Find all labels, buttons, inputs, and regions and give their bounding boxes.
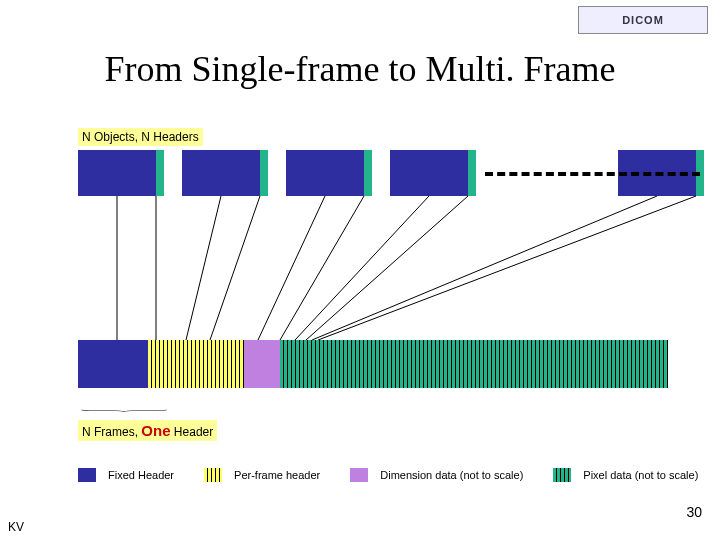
swatch-fixed bbox=[78, 468, 96, 482]
legend-perframe: Per-frame header bbox=[234, 469, 320, 481]
ellipsis-dash bbox=[485, 172, 700, 176]
pixel-block bbox=[468, 150, 476, 196]
pixel-block bbox=[364, 150, 372, 196]
fixed-header-block bbox=[390, 150, 468, 196]
fixed-header-block bbox=[182, 150, 260, 196]
dicom-logo: DICOM bbox=[578, 6, 708, 34]
svg-line-8 bbox=[312, 196, 657, 340]
swatch-pixel bbox=[553, 468, 571, 482]
footer-initials: KV bbox=[8, 520, 24, 534]
legend-dimension: Dimension data (not to scale) bbox=[380, 469, 523, 481]
svg-line-2 bbox=[186, 196, 221, 340]
fixed-header-block bbox=[78, 150, 156, 196]
dimension-block bbox=[244, 340, 280, 388]
slide-title: From Single-frame to Multi. Frame bbox=[0, 48, 720, 90]
fixed-header-block bbox=[78, 340, 148, 388]
bottom-label-emph: One bbox=[141, 422, 170, 439]
top-label: N Objects, N Headers bbox=[78, 128, 203, 146]
svg-line-9 bbox=[318, 196, 696, 340]
svg-line-4 bbox=[258, 196, 325, 340]
pixel-data-block bbox=[280, 340, 668, 388]
svg-line-7 bbox=[306, 196, 468, 340]
bottom-label: N Frames, One Header bbox=[78, 420, 217, 441]
pixel-block bbox=[156, 150, 164, 196]
bottom-label-suffix: Header bbox=[171, 425, 214, 439]
per-frame-header-block bbox=[148, 340, 244, 388]
legend: Fixed Header Per-frame header Dimension … bbox=[78, 468, 716, 482]
pixel-block bbox=[260, 150, 268, 196]
brace-icon: ︸ bbox=[78, 405, 168, 419]
svg-line-6 bbox=[295, 196, 429, 340]
fixed-header-block bbox=[286, 150, 364, 196]
swatch-dimension bbox=[350, 468, 368, 482]
svg-line-3 bbox=[210, 196, 260, 340]
logo-text: DICOM bbox=[622, 14, 664, 26]
slide: DICOM From Single-frame to Multi. Frame … bbox=[0, 0, 720, 540]
legend-pixel: Pixel data (not to scale) bbox=[583, 469, 698, 481]
page-number: 30 bbox=[686, 504, 702, 520]
legend-fixed: Fixed Header bbox=[108, 469, 174, 481]
svg-line-5 bbox=[280, 196, 364, 340]
bottom-label-prefix: N Frames, bbox=[82, 425, 141, 439]
swatch-perframe bbox=[204, 468, 222, 482]
